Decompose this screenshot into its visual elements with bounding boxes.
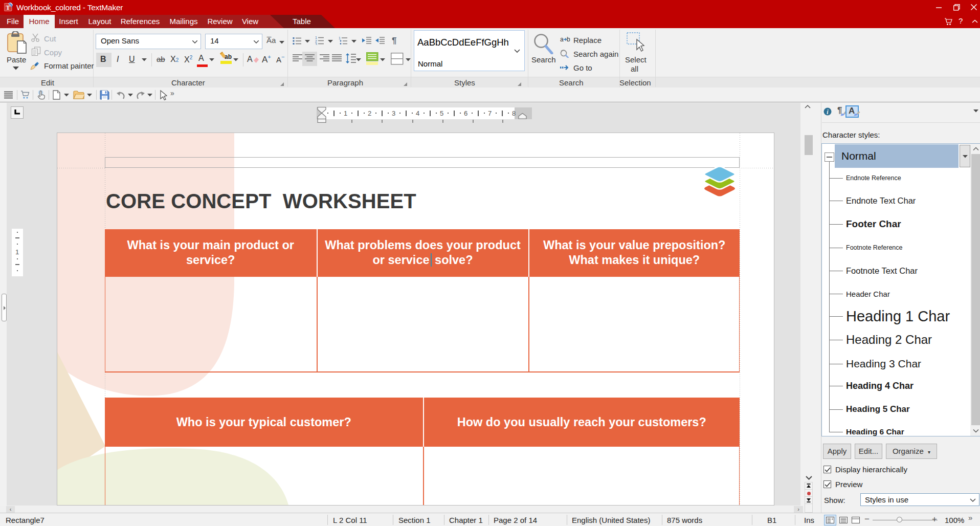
svg-text:b: b xyxy=(567,36,570,43)
svg-text:1: 1 xyxy=(339,36,341,40)
svg-text:ab: ab xyxy=(225,53,232,60)
svg-text:3: 3 xyxy=(315,42,317,46)
svg-text:a: a xyxy=(560,36,564,43)
